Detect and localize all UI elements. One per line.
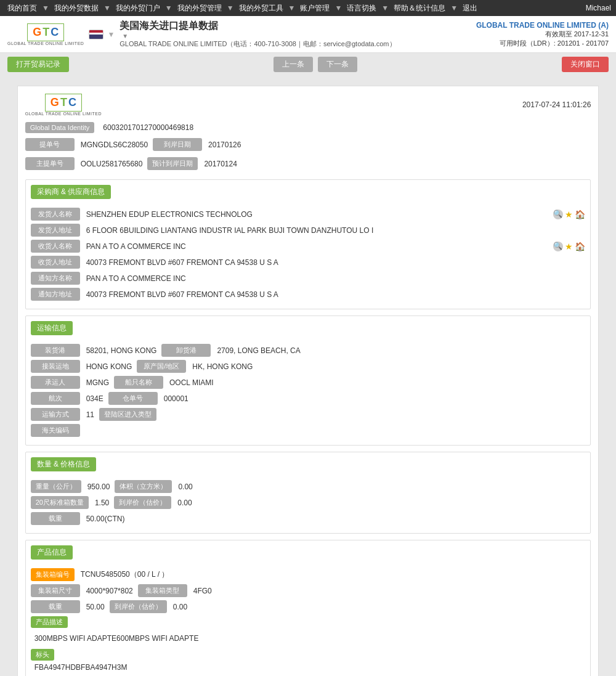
bill-number-row: 提单号 MGNGDLS6C28050: [25, 138, 148, 151]
arrival-price-value: 0.00: [174, 499, 192, 507]
origin-country-row: 原产国/地区 HK, HONG KONG: [137, 360, 253, 373]
arrival-date-row: 到岸日期 20170126: [153, 138, 241, 151]
top-nav: 我的首页 ▼ 我的外贸数据 ▼ 我的外贸门户 ▼ 我的外贸管理 ▼ 我的外贸工具…: [0, 0, 616, 16]
nav-user: Michael: [586, 4, 611, 12]
consignee-search-icon[interactable]: 🔍: [553, 242, 563, 251]
customs-code-label: 海关编码: [31, 424, 80, 437]
arrival-date-label: 到岸日期: [153, 138, 202, 151]
logo-c: C: [51, 26, 59, 39]
loading-place-row: 接装运地 HONG KONG: [31, 360, 132, 373]
consignee-address-label: 收货人地址: [31, 256, 80, 269]
flag-chevron[interactable]: ▼: [107, 30, 115, 39]
marks-value: FBA4947HDBFBA4947H3M: [31, 661, 586, 674]
shipper-home-icon[interactable]: 🏠: [575, 210, 585, 219]
shipper-star-icon[interactable]: ★: [565, 210, 573, 219]
notify-name-value: PAN A TO A COMMERCE INC: [83, 274, 586, 283]
arrival-price-label: 到岸价（估价）: [114, 496, 171, 509]
header-center: 美国海关进口提单数据 ▼ GLOBAL TRADE ONLINE LIMITED…: [120, 20, 395, 49]
record-logo: GTC GLOBAL TRADE ONLINE LIMITED: [25, 94, 102, 116]
unloading-port-row: 卸货港 2709, LONG BEACH, CA: [161, 344, 300, 357]
shipper-search-icon[interactable]: 🔍: [553, 210, 563, 219]
nav-account[interactable]: 账户管理: [298, 3, 332, 14]
container-size-value: 4000*907*802: [83, 587, 133, 595]
global-data-identity-label: Global Data Identity: [25, 122, 95, 133]
volume-cbm-label: 体积（立方米）: [115, 480, 172, 493]
consignee-name-value: PAN A TO A COMMERCE INC: [83, 242, 549, 251]
notify-address-row: 通知方地址 40073 FREMONT BLVD #607 FREMONT CA…: [31, 288, 586, 301]
quantity-value: 50.00(CTN): [83, 515, 586, 523]
header-bar: GTC GLOBAL TRADE ONLINE LIMITED ▼ 美国海关进口…: [0, 16, 616, 53]
page-title: 美国海关进口提单数据: [120, 20, 395, 33]
product-quantity-row: 载重 50.00: [31, 600, 105, 613]
description-label: 产品描述: [31, 616, 68, 628]
customs-zone-label: 登陆区进入类型: [99, 408, 156, 421]
transport-mode-row: 运输方式 11: [31, 408, 94, 421]
marks-label: 标头: [31, 649, 54, 661]
estimated-arrival-value: 20170124: [200, 160, 237, 168]
bill-number-value: MGNGDLS6C28050: [77, 140, 148, 149]
voyage-label: 航次: [31, 392, 80, 405]
loading-place-value: HONG KONG: [83, 362, 132, 371]
product-quantity-value: 50.00: [83, 603, 105, 611]
nav-help[interactable]: 帮助＆统计信息: [391, 3, 448, 14]
nav-trade-data[interactable]: 我的外贸数据: [52, 3, 101, 14]
product-arrival-price-label: 到岸价（估价）: [110, 600, 167, 613]
notify-name-label: 通知方名称: [31, 272, 80, 285]
global-data-identity-value: 600320170127000046981​8: [99, 123, 193, 132]
logo-subtitle: GLOBAL TRADE ONLINE LIMITED: [7, 41, 84, 46]
customs-zone-row: 登陆区进入类型: [99, 408, 163, 421]
consignee-icons: 🔍 ★ 🏠: [553, 242, 585, 251]
marks-section: 标头 FBA4947HDBFBA4947H3M: [31, 649, 586, 674]
product-label: 产品信息: [31, 545, 73, 560]
logo-t: T: [43, 26, 49, 39]
product-arrival-price-row: 到岸价（估价） 0.00: [110, 600, 187, 613]
prev-button-top[interactable]: 上一条: [274, 57, 313, 72]
consignee-home-icon[interactable]: 🏠: [575, 242, 585, 251]
record-timestamp: 2017-07-24 11:01:26: [522, 100, 591, 109]
valid-info: 有效期至 2017-12-31: [476, 30, 609, 39]
transport-mode-label: 运输方式: [31, 408, 80, 421]
record-header: GTC GLOBAL TRADE ONLINE LIMITED 2017-07-…: [25, 94, 591, 116]
nav-logout[interactable]: 退出: [460, 3, 480, 14]
nav-trade-portal[interactable]: 我的外贸门户: [113, 3, 163, 14]
quantity-price-section: 数量 & 价格信息 重量（公斤） 950.00 体积（立方米） 0.00 20尺…: [25, 452, 591, 534]
nav-trade-manage[interactable]: 我的外贸管理: [175, 3, 224, 14]
nav-home[interactable]: 我的首页: [5, 3, 39, 14]
close-window-button-top[interactable]: 关闭窗口: [562, 57, 609, 72]
vessel-name-label: 船只名称: [114, 376, 163, 389]
company-info: GLOBAL TRADE ONLINE LIMITED（电话：400-710-3…: [120, 39, 395, 49]
main-bill-number-row: 主提单号 OOLU2581765680: [25, 157, 143, 170]
weight-kg-row: 重量（公斤） 950.00: [31, 480, 110, 493]
transport-section: 运输信息 装货港 58201, HONG KONG 卸货港 2709, LONG…: [25, 316, 591, 446]
carrier-row: 承运人 MGNG: [31, 376, 109, 389]
nav-language[interactable]: 语言切换: [344, 3, 379, 14]
container-size-row: 集装箱尺寸 4000*907*802: [31, 584, 133, 597]
container-type-row: 集装箱类型 4FG0: [138, 584, 212, 597]
volume-cbm-value: 0.00: [174, 483, 192, 491]
record-logo-g: G: [51, 96, 59, 109]
unloading-port-label: 卸货港: [161, 344, 211, 357]
nav-trade-tools[interactable]: 我的外贸工具: [237, 3, 286, 14]
consignee-star-icon[interactable]: ★: [565, 242, 573, 251]
container-number-value: TCNU5485050（00 / L / ）: [77, 569, 586, 580]
open-trade-record-button[interactable]: 打开贸易记录: [7, 57, 69, 72]
container-number-label: 集装箱编号: [31, 568, 75, 581]
origin-country-value: HK, HONG KONG: [188, 362, 253, 371]
main-bill-number-value: OOLU2581765680: [77, 160, 143, 168]
notify-address-value: 40073 FREMONT BLVD #607 FREMONT CA 94538…: [83, 290, 586, 299]
next-button-top[interactable]: 下一条: [318, 57, 357, 72]
shipper-address-value: 6 FLOOR 6BUILDING LIANTANG INDUSTR IAL P…: [83, 226, 586, 235]
origin-country-label: 原产国/地区: [137, 360, 186, 373]
weight-kg-label: 重量（公斤）: [31, 480, 81, 493]
shipper-name-value: SHENZHEN EDUP ELECTRONICS TECHNOLOG: [83, 210, 549, 219]
carrier-label: 承运人: [31, 376, 80, 389]
nav-left: 我的首页 ▼ 我的外贸数据 ▼ 我的外贸门户 ▼ 我的外贸管理 ▼ 我的外贸工具…: [5, 3, 480, 14]
arrival-date-value: 20170126: [205, 140, 241, 149]
estimated-arrival-row: 预计到岸日期 20170124: [147, 157, 237, 170]
weight-kg-value: 950.00: [84, 483, 110, 491]
container-20-row: 20尺标准箱数量 1.50: [31, 496, 110, 509]
shipper-name-label: 发货人名称: [31, 208, 80, 221]
description-value: 300MBPS WIFI ADAPTE600MBPS WIFI ADAPTE: [31, 632, 586, 645]
transport-mode-value: 11: [83, 410, 94, 419]
warehouse-number-row: 仓单号 000001: [108, 392, 188, 405]
